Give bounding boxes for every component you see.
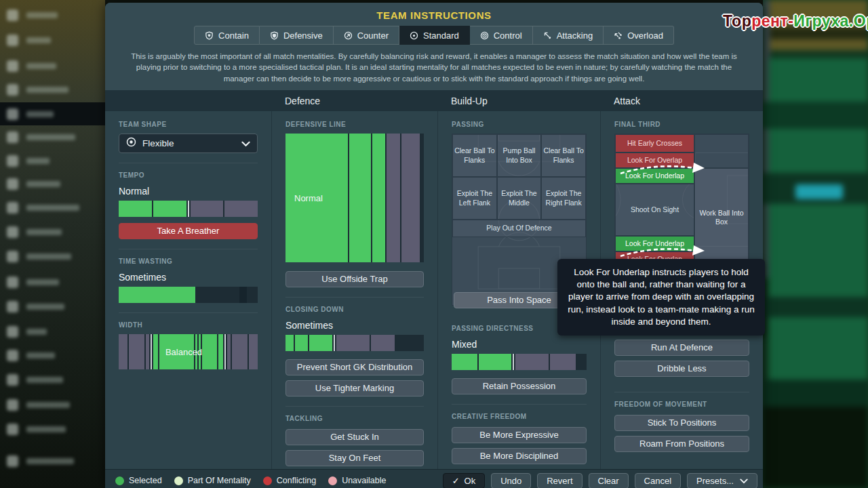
legend-selected: Selected [115,476,162,485]
tab-defensive[interactable]: Defensive [260,26,334,45]
tab-attacking[interactable]: Attacking [533,26,604,45]
sidebar-item-icon [7,108,18,120]
divider [119,249,258,249]
mentality-tabs: Contain Defensive Counter Standard Contr… [105,26,763,45]
look-for-overlap-top-cell[interactable]: Look For Overlap [615,152,694,168]
hit-early-crosses-cell[interactable]: Hit Early Crosses [615,134,694,152]
watermark-part1: Тор [723,12,751,30]
closing-down-label: CLOSING DOWN [285,306,424,313]
use-offside-trap-button[interactable]: Use Offside Trap [285,271,424,287]
check-icon: ✓ [452,474,460,488]
pump-ball-into-box-cell[interactable]: Pump Ball Into Box [497,134,542,177]
presets-button[interactable]: Presets... [687,473,757,488]
revert-button[interactable]: Revert [537,473,582,488]
general-column: TEAM SHAPE Flexible TEMPO Normal Take A … [105,111,271,469]
tackling-label: TACKLING [285,415,424,422]
sidebar-item[interactable] [7,347,102,363]
sidebar-item[interactable] [7,152,102,169]
attack-column-header: Attack [600,90,763,111]
tab-label: Control [494,30,522,41]
prevent-short-gk-distribution-button[interactable]: Prevent Short GK Distribution [285,359,424,375]
tab-counter[interactable]: Counter [334,26,399,45]
team-shape-dropdown[interactable]: Flexible [119,134,258,153]
final-third-pitch: Hit Early Crosses Look For Overlap Look … [614,134,749,268]
sidebar-item[interactable] [7,106,102,122]
tempo-slider[interactable] [119,201,258,217]
dribble-less-button[interactable]: Dribble Less [614,361,749,377]
cancel-button[interactable]: Cancel [635,473,681,488]
exploit-the-left-flank-cell[interactable]: Exploit The Left Flank [452,177,497,220]
sidebar-item[interactable] [7,421,102,437]
exploit-the-right-flank-cell[interactable]: Exploit The Right Flank [541,177,586,220]
sidebar-item-icon [7,424,18,435]
stick-to-positions-button[interactable]: Stick To Positions [614,415,749,431]
clear-ball-to-flanks-right-cell[interactable]: Clear Ball To Flanks [541,134,586,177]
time-wasting-slider[interactable] [119,287,258,303]
clear-ball-to-flanks-left-cell[interactable]: Clear Ball To Flanks [452,134,497,177]
sidebar-item[interactable] [7,396,102,413]
sidebar-item[interactable] [7,32,102,48]
sidebar-item[interactable] [7,7,102,23]
shoot-on-sight-cell[interactable]: Shoot On Sight [615,184,694,236]
be-more-disciplined-button[interactable]: Be More Disciplined [452,448,587,464]
sidebar-item[interactable] [7,58,102,74]
defensive-line-slider[interactable]: Normal [285,134,424,262]
take-a-breather-button[interactable]: Take A Breather [119,223,258,239]
be-more-expressive-button[interactable]: Be More Expressive [452,427,587,443]
freedom-of-movement-label: FREEDOM OF MOVEMENT [614,401,749,408]
ok-button[interactable]: ✓Ok [443,473,486,488]
team-instructions-dialog: TEAM INSTRUCTIONS Contain Defensive Coun… [105,3,763,488]
sidebar-item[interactable] [7,129,102,145]
sidebar-item[interactable] [7,199,102,216]
undo-button[interactable]: Undo [491,473,531,488]
selected-dot-icon [115,476,124,485]
width-value: Balanced [165,347,202,357]
bullseye-icon [126,137,136,150]
legend-conflicting: Conflicting [263,476,316,485]
look-for-underlap-top-cell[interactable]: Look For Underlap [615,168,694,184]
tab-standard[interactable]: Standard [399,26,470,45]
divider [452,404,587,405]
use-tighter-marking-button[interactable]: Use Tighter Marking [285,380,424,396]
final-third-empty-cell[interactable] [694,134,749,168]
passing-directness-slider[interactable] [452,354,587,370]
run-at-defence-button[interactable]: Run At Defence [614,340,749,356]
exploit-the-middle-cell[interactable]: Exploit The Middle [497,177,542,220]
sidebar-item-icon [7,84,18,96]
time-wasting-value: Sometimes [119,272,258,283]
play-out-of-defence-cell[interactable]: Play Out Of Defence [452,220,586,237]
legend-unavailable: Unavailable [328,476,386,485]
tab-overload[interactable]: Overload [604,26,674,45]
final-third-label: FINAL THIRD [614,121,749,128]
roam-from-positions-button[interactable]: Roam From Positions [614,436,749,452]
sidebar-item[interactable] [7,371,102,388]
watermark: Торрент-Игруха.Орг [723,12,868,30]
sidebar-item[interactable] [7,274,102,290]
chevron-down-icon [740,474,748,488]
sidebar-item[interactable] [7,224,102,240]
sidebar-item[interactable] [7,248,102,264]
tab-label: Counter [357,30,389,41]
stay-on-feet-button[interactable]: Stay On Feet [285,450,424,466]
tab-label: Overload [627,30,663,41]
get-stuck-in-button[interactable]: Get Stuck In [285,429,424,445]
work-ball-into-box-cell[interactable]: Work Ball Into Box [694,168,749,267]
tab-control[interactable]: Control [470,26,533,45]
look-for-underlap-bottom-cell[interactable]: Look For Underlap [615,236,694,251]
sidebar-item[interactable] [7,323,102,340]
clear-button[interactable]: Clear [589,473,629,488]
sidebar-item-icon [7,155,18,167]
sidebar-item[interactable] [7,453,102,469]
retain-possession-button[interactable]: Retain Possession [452,378,587,394]
divider [285,406,424,407]
sidebar-item[interactable] [7,176,102,192]
contain-shield-heart-icon [205,31,214,40]
closing-down-value: Sometimes [285,320,424,331]
sidebar-item[interactable] [7,81,102,98]
sidebar-item[interactable] [7,298,102,314]
slider-notch [188,201,189,217]
defence-column-header: Defence [271,90,437,111]
tab-contain[interactable]: Contain [194,26,260,45]
closing-down-slider[interactable] [285,335,424,351]
width-slider[interactable]: Balanced [119,334,258,369]
